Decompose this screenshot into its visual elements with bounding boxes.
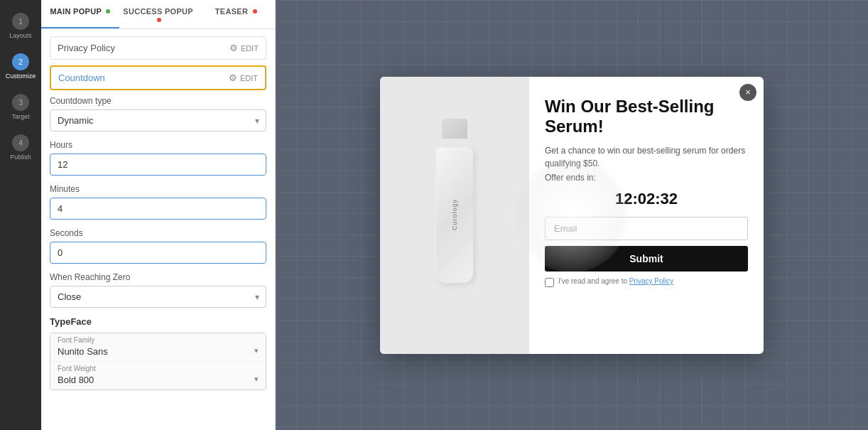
nav-number-4: 4	[12, 134, 29, 151]
bottle-brand-text: Curology	[451, 199, 458, 230]
gear-icon: ⚙	[229, 43, 238, 53]
popup-privacy-link[interactable]: Privacy Policy	[629, 277, 673, 285]
bottle-cap	[442, 119, 467, 139]
typeface-label: TypeFace	[50, 316, 266, 327]
countdown-edit-button[interactable]: ⚙ EDIT	[229, 72, 258, 83]
hours-label: Hours	[50, 140, 266, 150]
font-weight-select[interactable]: Bold 800 Regular 400 Light 300	[58, 373, 259, 389]
privacy-edit-button[interactable]: ⚙ EDIT	[229, 43, 259, 53]
canvas-area: Curology × Win Our Best-Selling Serum! G…	[276, 0, 868, 430]
popup-privacy-checkbox[interactable]	[545, 278, 554, 287]
sidebar-item-target[interactable]: 3 Target	[0, 87, 41, 127]
typeface-stacked-select: Font Family Nunito Sans Open Sans Roboto…	[50, 333, 266, 390]
popup-tabs: MAIN POPUP SUCCESS POPUP TEASER	[41, 0, 275, 29]
serum-bottle: Curology	[430, 137, 479, 294]
popup-close-button[interactable]: ×	[739, 84, 756, 101]
popup-privacy-text: I've read and agree to Privacy Policy	[558, 277, 673, 285]
hours-input[interactable]	[50, 154, 266, 176]
sidebar-label-publish: Publish	[10, 154, 31, 161]
bottle-body: Curology	[436, 148, 473, 283]
font-family-label: Font Family	[58, 336, 259, 344]
nav-number-2: 2	[12, 53, 29, 70]
nav-number-1: 1	[12, 13, 29, 30]
hours-group: Hours	[50, 140, 266, 176]
teaser-dot	[253, 9, 257, 14]
section-privacy-policy[interactable]: Privacy Policy ⚙ EDIT	[50, 36, 266, 60]
font-weight-row: Font Weight Bold 800 Regular 400 Light 3…	[50, 362, 266, 389]
sidebar-label-layouts: Layouts	[9, 32, 32, 39]
tab-teaser[interactable]: TEASER	[197, 0, 275, 28]
countdown-type-select[interactable]: Dynamic Static Evergreen	[50, 109, 266, 131]
popup-privacy-section: I've read and agree to Privacy Policy	[545, 277, 748, 287]
tab-main-popup[interactable]: MAIN POPUP	[41, 0, 119, 28]
font-family-row: Font Family Nunito Sans Open Sans Roboto…	[50, 333, 266, 362]
seconds-input[interactable]	[50, 242, 266, 264]
main-popup-dot	[106, 9, 110, 14]
section-countdown-label: Countdown	[58, 72, 105, 83]
typeface-section: TypeFace Font Family Nunito Sans Open Sa…	[50, 316, 266, 390]
countdown-type-select-wrapper: Dynamic Static Evergreen ▾	[50, 109, 266, 131]
sidebar-item-customize[interactable]: 2 Customize	[0, 46, 41, 87]
when-reaching-zero-group: When Reaching Zero Close Reset Hide ▾	[50, 272, 266, 308]
countdown-edit-label: EDIT	[240, 74, 258, 82]
seconds-group: Seconds	[50, 228, 266, 264]
when-reaching-zero-select[interactable]: Close Reset Hide	[50, 286, 266, 308]
minutes-label: Minutes	[50, 184, 266, 194]
countdown-type-label: Countdown type	[50, 96, 266, 106]
when-reaching-zero-label: When Reaching Zero	[50, 272, 266, 282]
countdown-type-group: Countdown type Dynamic Static Evergreen …	[50, 96, 266, 131]
nav-number-3: 3	[12, 94, 29, 111]
section-countdown[interactable]: Countdown ⚙ EDIT	[50, 65, 266, 90]
sidebar-nav: 1 Layouts 2 Customize 3 Target 4 Publish	[0, 0, 41, 430]
panel-content: Privacy Policy ⚙ EDIT Countdown ⚙ EDIT C…	[41, 29, 275, 430]
sidebar-item-publish[interactable]: 4 Publish	[0, 127, 41, 168]
privacy-edit-label: EDIT	[241, 44, 259, 53]
splash-effect	[515, 158, 529, 272]
success-popup-dot	[157, 18, 161, 22]
minutes-input[interactable]	[50, 198, 266, 220]
popup-modal: Curology × Win Our Best-Selling Serum! G…	[380, 77, 764, 354]
section-privacy-label: Privacy Policy	[58, 43, 115, 53]
tab-success-popup[interactable]: SUCCESS POPUP	[119, 0, 197, 28]
sidebar-item-layouts[interactable]: 1 Layouts	[0, 6, 41, 46]
popup-title: Win Our Best-Selling Serum!	[545, 97, 748, 138]
minutes-group: Minutes	[50, 184, 266, 220]
sidebar-label-target: Target	[11, 113, 29, 120]
sidebar-label-customize: Customize	[6, 72, 36, 80]
font-weight-label: Font Weight	[58, 365, 259, 372]
popup-image-side: Curology	[380, 77, 529, 354]
seconds-label: Seconds	[50, 228, 266, 238]
settings-panel: MAIN POPUP SUCCESS POPUP TEASER Privacy …	[41, 0, 276, 430]
countdown-gear-icon: ⚙	[229, 72, 237, 83]
font-family-select[interactable]: Nunito Sans Open Sans Roboto	[58, 345, 259, 361]
when-reaching-zero-select-wrapper: Close Reset Hide ▾	[50, 286, 266, 308]
